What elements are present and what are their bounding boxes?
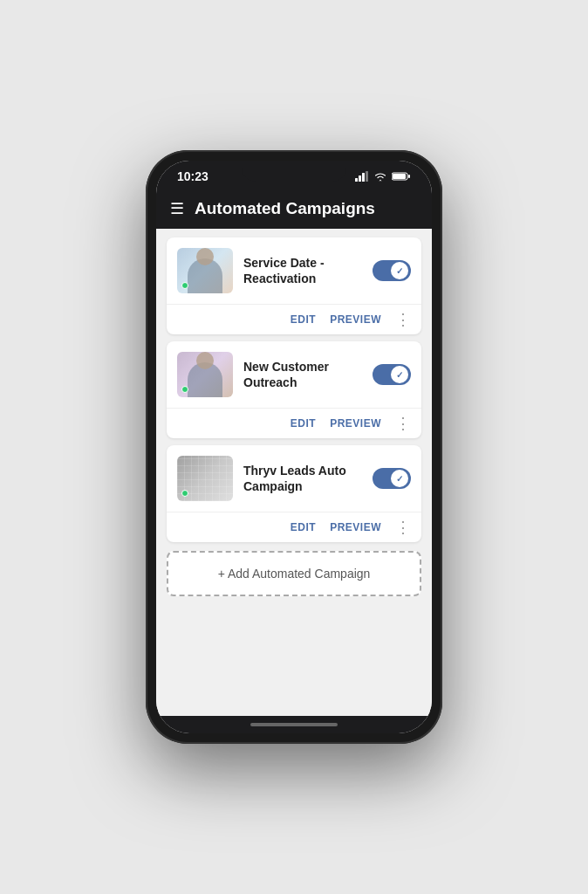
hamburger-icon[interactable]: ☰	[170, 199, 184, 218]
campaign-main-2: New Customer Outreach ✓	[167, 341, 421, 408]
campaign-name-2: New Customer Outreach	[243, 359, 362, 390]
notch	[242, 161, 346, 182]
campaign-thumbnail-3	[177, 456, 233, 501]
toggle-knob-3: ✓	[391, 470, 408, 487]
campaign-thumbnail-2	[177, 352, 233, 397]
thumb-person-1	[188, 258, 222, 293]
add-campaign-label: + Add Automated Campaign	[218, 567, 371, 581]
status-bar: 10:23	[156, 161, 432, 189]
app-header: ☰ Automated Campaigns	[156, 189, 432, 229]
thumb-person-2	[188, 362, 222, 397]
campaign-active-dot-3	[181, 490, 188, 497]
campaign-footer-3: EDIT PREVIEW ⋮	[167, 512, 421, 542]
preview-button-1[interactable]: PREVIEW	[330, 313, 381, 326]
svg-rect-2	[362, 173, 365, 182]
preview-button-3[interactable]: PREVIEW	[330, 521, 381, 533]
svg-rect-1	[359, 175, 361, 182]
campaign-card-1: Service Date -Reactivation ✓ EDIT PREVIE…	[167, 237, 421, 334]
campaigns-list: Service Date -Reactivation ✓ EDIT PREVIE…	[156, 229, 432, 716]
battery-icon	[392, 171, 411, 182]
phone-screen: 10:23	[156, 161, 432, 733]
campaign-active-dot-1	[181, 282, 188, 289]
campaign-info-3: Thryv Leads AutoCampaign	[243, 463, 362, 494]
edit-button-3[interactable]: EDIT	[291, 521, 316, 533]
phone-frame: 10:23	[146, 150, 442, 744]
campaign-name-3: Thryv Leads AutoCampaign	[243, 463, 362, 494]
campaign-active-dot-2	[181, 386, 188, 393]
campaign-thumbnail-1	[177, 248, 233, 293]
preview-button-2[interactable]: PREVIEW	[330, 417, 381, 430]
signal-icon	[355, 171, 369, 182]
svg-rect-0	[355, 178, 358, 182]
campaign-card-2: New Customer Outreach ✓ EDIT PREVIEW ⋮	[167, 341, 421, 438]
campaign-card-3: Thryv Leads AutoCampaign ✓ EDIT PREVIEW …	[167, 445, 421, 542]
campaign-toggle-1[interactable]: ✓	[373, 260, 411, 281]
toggle-knob-2: ✓	[391, 366, 408, 383]
svg-rect-6	[408, 175, 410, 178]
toggle-knob-1: ✓	[391, 262, 408, 279]
more-button-1[interactable]: ⋮	[395, 312, 411, 327]
campaign-info-2: New Customer Outreach	[243, 359, 362, 390]
campaign-toggle-3[interactable]: ✓	[373, 468, 411, 489]
edit-button-2[interactable]: EDIT	[291, 417, 316, 430]
more-button-3[interactable]: ⋮	[395, 519, 411, 535]
campaign-footer-1: EDIT PREVIEW ⋮	[167, 304, 421, 334]
add-campaign-button[interactable]: + Add Automated Campaign	[167, 551, 421, 596]
toggle-check-3: ✓	[396, 474, 403, 484]
toggle-check-2: ✓	[396, 370, 403, 380]
wifi-icon	[373, 171, 387, 182]
status-time: 10:23	[177, 169, 209, 183]
campaign-footer-2: EDIT PREVIEW ⋮	[167, 408, 421, 438]
home-indicator	[156, 716, 432, 733]
svg-rect-3	[366, 171, 368, 182]
more-button-2[interactable]: ⋮	[395, 416, 411, 431]
svg-rect-5	[393, 174, 406, 179]
edit-button-1[interactable]: EDIT	[291, 313, 316, 326]
campaign-main-3: Thryv Leads AutoCampaign ✓	[167, 445, 421, 512]
campaign-name-1: Service Date -Reactivation	[243, 255, 362, 286]
campaign-info-1: Service Date -Reactivation	[243, 255, 362, 286]
home-bar	[250, 723, 338, 726]
toggle-check-1: ✓	[396, 266, 403, 276]
campaign-toggle-2[interactable]: ✓	[373, 364, 411, 385]
status-icons	[355, 171, 411, 182]
campaign-main-1: Service Date -Reactivation ✓	[167, 237, 421, 304]
page-title: Automated Campaigns	[195, 199, 375, 218]
